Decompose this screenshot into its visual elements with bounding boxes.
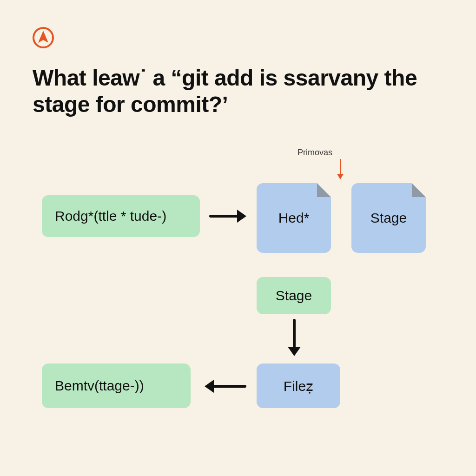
node-stage-box: Stage [257, 277, 331, 314]
arrow-stage-to-filez-icon [287, 319, 301, 356]
annotation-arrow-icon [335, 159, 346, 179]
arrow-rodg-to-hed-icon [209, 209, 246, 223]
annotation-label: Primovas [298, 148, 332, 158]
arrow-filez-to-bemtv-icon [205, 379, 246, 393]
node-hed: Hed* [257, 183, 331, 253]
node-rodg: Rodg*(ttle * tude-) [42, 195, 200, 237]
diagram-canvas: Primovas Rodg*(ttle * tude-) Hed* Stage … [0, 0, 476, 476]
node-stage-file: Stage [351, 183, 426, 253]
node-filez: Fileẓ [257, 364, 340, 408]
node-bemtv: Bemtv(ttage-)) [42, 364, 191, 408]
